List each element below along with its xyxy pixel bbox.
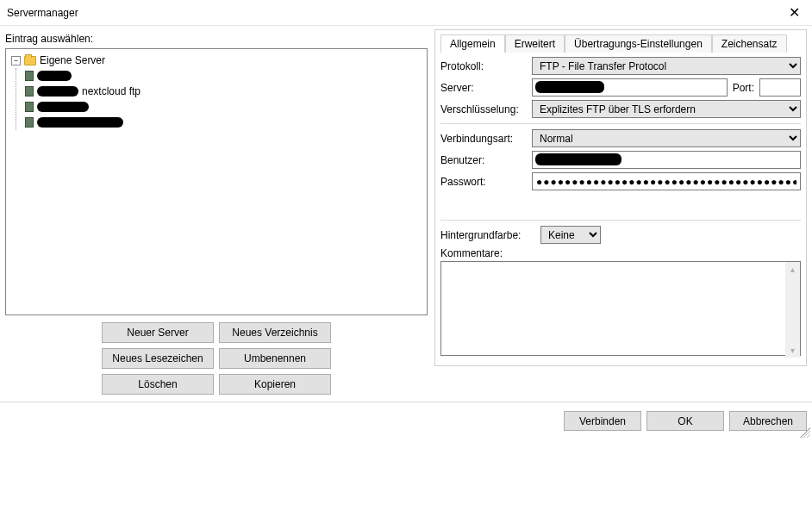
new-bookmark-button[interactable]: Neues Lesezeichen [102,348,214,369]
comments-label: Kommentare: [440,247,801,259]
collapse-icon[interactable]: − [11,56,21,65]
port-label: Port: [733,82,754,94]
logon-type-select[interactable]: Normal [532,129,801,147]
password-input[interactable] [532,172,801,190]
server-icon [25,71,34,81]
password-label: Passwort: [440,176,527,188]
tab-bar: Allgemein Erweitert Übertragungs-Einstel… [440,34,801,52]
entry-select-label: Eintrag auswählen: [5,33,428,45]
tab-transfer[interactable]: Übertragungs-Einstellungen [565,34,712,53]
protocol-select[interactable]: FTP - File Transfer Protocol [532,57,801,75]
server-tree[interactable]: − Eigene Server nextcloud ftp [5,48,428,315]
window-title: Servermanager [7,7,784,19]
redacted-text [535,81,604,93]
delete-button[interactable]: Löschen [102,374,214,395]
redacted-text [37,71,72,81]
rename-button[interactable]: Umbenennen [219,348,331,369]
resize-grip-icon[interactable] [800,427,810,438]
tab-advanced[interactable]: Erweitert [505,34,565,53]
scrollbar[interactable]: ▴ ▾ [785,262,800,358]
encryption-label: Verschlüsselung: [440,103,527,115]
port-input[interactable] [759,78,801,97]
dialog-footer: Verbinden OK Abbrechen [0,402,812,439]
user-label: Benutzer: [440,154,527,166]
cancel-button[interactable]: Abbrechen [729,411,807,431]
server-icon [25,86,34,97]
new-directory-button[interactable]: Neues Verzeichnis [219,322,331,343]
bgcolor-label: Hintergrundfarbe: [440,229,535,241]
server-icon [25,117,34,128]
tree-root-label: Eigene Server [40,54,105,66]
tree-item-label: nextcloud ftp [82,85,141,97]
comments-textarea[interactable] [440,261,801,356]
folder-icon [24,56,36,65]
tree-item[interactable] [25,115,422,130]
encryption-select[interactable]: Explizites FTP über TLS erfordern [532,100,801,118]
redacted-text [37,117,123,128]
tree-item[interactable] [25,68,422,84]
tab-charset[interactable]: Zeichensatz [712,34,787,53]
new-server-button[interactable]: Neuer Server [102,322,214,343]
titlebar: Servermanager ✕ [0,0,812,26]
redacted-text [535,153,621,165]
logon-type-label: Verbindungsart: [440,133,527,145]
scroll-up-icon[interactable]: ▴ [785,262,800,277]
tab-general[interactable]: Allgemein [440,34,505,53]
connect-button[interactable]: Verbinden [564,411,641,431]
ok-button[interactable]: OK [646,411,724,431]
server-icon [25,102,34,112]
tree-root[interactable]: − Eigene Server [11,53,422,68]
server-label: Server: [440,82,527,94]
close-icon[interactable]: ✕ [784,4,805,21]
copy-button[interactable]: Kopieren [219,374,331,395]
scroll-down-icon[interactable]: ▾ [785,343,800,358]
tree-item[interactable] [25,99,422,115]
tree-item[interactable]: nextcloud ftp [25,84,422,99]
redacted-text [37,86,78,97]
settings-panel: Allgemein Erweitert Übertragungs-Einstel… [434,29,807,366]
redacted-text [37,102,89,112]
protocol-label: Protokoll: [440,60,527,72]
bgcolor-select[interactable]: Keine [540,226,601,244]
